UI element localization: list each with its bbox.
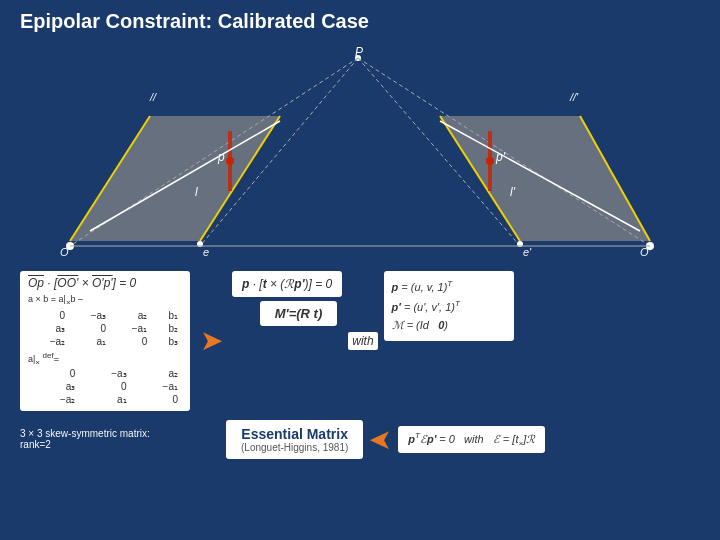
p-definition: p = (u, v, 1)T	[392, 277, 506, 296]
cross-matrix: 0−a₃a₂b₁ a₃0−a₁b₂ −a₂a₁0b₃	[28, 309, 182, 348]
def-label: a|× def=	[28, 351, 182, 367]
svg-text:e: e	[203, 246, 209, 258]
vector-formula: Op · [OO' × O'p'] = 0	[28, 276, 182, 290]
svg-rect-17	[488, 131, 492, 191]
bottom-labels-row: 3 × 3 skew-symmetric matrix: rank=2 Esse…	[15, 415, 705, 459]
arrow-left-icon: ➤	[369, 423, 392, 456]
right-math-box: p = (u, v, 1)T p' = (u', v', 1)T ℳ = (Id…	[384, 271, 514, 341]
svg-text:O': O'	[640, 246, 652, 258]
with-label: with	[348, 332, 377, 350]
svg-text:l: l	[195, 185, 198, 199]
equation-text: p · [t × (ℛp')] = 0	[242, 277, 332, 291]
svg-text:l': l'	[510, 185, 516, 199]
m-prime-text: M'=(R t)	[275, 306, 323, 321]
m-definition: ℳ = (Id 0)	[392, 316, 506, 335]
essential-subtitle: (Longuet-Higgins, 1981)	[241, 442, 348, 453]
skew-text: 3 × 3 skew-symmetric matrix: rank=2	[20, 428, 150, 450]
svg-text:O: O	[60, 246, 69, 258]
essential-title: Essential Matrix	[241, 426, 348, 442]
left-math-box: Op · [OO' × O'p'] = 0 a × b = a|×b – 0−a…	[20, 271, 190, 411]
right-bottom-box: pTℰp' = 0 with ℰ = [t×]ℛ	[398, 426, 545, 453]
svg-rect-14	[228, 131, 232, 191]
def-matrix: 0−a₃a₂ a₃0−a₁ −a₂a₁0	[28, 367, 182, 406]
skew-label: 3 × 3 skew-symmetric matrix: rank=2	[20, 428, 180, 450]
m-prime-box: M'=(R t)	[260, 301, 338, 326]
main-container: Epipolar Constraint: Calibrated Case P	[0, 0, 720, 540]
bottom-content: Op · [OO' × O'p'] = 0 a × b = a|×b – 0−a…	[15, 271, 705, 411]
diagram-area: P p p' l l'	[20, 41, 700, 261]
cross-product-label: a × b = a|×b –	[28, 294, 182, 307]
center-math-area: p · [t × (ℛp')] = 0 M'=(R t)	[232, 271, 342, 326]
svg-text://': //'	[569, 91, 579, 103]
svg-text:P: P	[355, 45, 363, 59]
p-prime-definition: p' = (u', v', 1)T	[392, 297, 506, 316]
page-title: Epipolar Constraint: Calibrated Case	[20, 10, 705, 33]
svg-text://: //	[149, 91, 157, 103]
main-equation-box: p · [t × (ℛp')] = 0	[232, 271, 342, 297]
essential-matrix-box: Essential Matrix (Longuet-Higgins, 1981)	[226, 420, 363, 459]
arrow-right-icon: ➤	[196, 324, 226, 357]
svg-text:e': e'	[523, 246, 532, 258]
